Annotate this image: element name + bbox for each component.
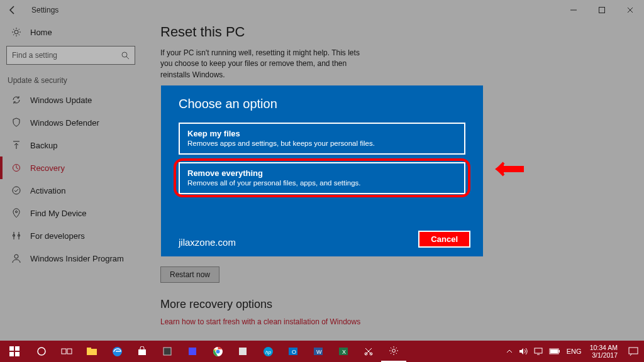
tray-battery-icon[interactable] [546,341,564,362]
page-description: If your PC isn't running well, resetting… [160,48,368,80]
svg-rect-15 [15,352,19,356]
svg-rect-43 [550,349,558,353]
svg-text:hp: hp [265,349,271,355]
svg-rect-44 [629,348,638,354]
search-placeholder: Find a setting [12,51,57,60]
svg-rect-42 [558,350,560,353]
close-button[interactable] [616,0,644,20]
tray-language[interactable]: ENG [564,341,585,362]
sidebar-home[interactable]: Home [0,22,142,42]
restart-now-button[interactable]: Restart now [160,266,219,283]
svg-point-9 [13,235,15,237]
maximize-button[interactable] [587,0,616,20]
tray-date: 3/1/2017 [590,351,618,359]
taskbar-app-generic-3[interactable] [230,341,255,362]
tray-network-icon[interactable] [531,341,546,362]
window-title: Settings [31,6,58,14]
svg-rect-22 [138,349,146,355]
action-center-button[interactable] [623,341,644,362]
sidebar-item-label: Activation [30,186,65,195]
sidebar-item-for-developers[interactable]: For developers [0,224,142,247]
svg-rect-18 [67,349,72,354]
svg-rect-13 [15,346,19,351]
option-desc: Removes apps and settings, but keeps you… [187,140,457,147]
svg-point-3 [122,52,127,57]
annotation-arrow-icon [494,160,525,178]
taskbar-app-outlook[interactable]: O [280,341,306,362]
dialog-title: Choose an option [179,97,465,111]
back-button[interactable] [0,0,25,20]
sidebar-item-windows-update[interactable]: Windows Update [0,89,142,111]
svg-point-26 [216,349,219,353]
taskbar-app-hp[interactable]: hp [255,341,280,362]
option-keep-my-files[interactable]: Keep my files Removes apps and settings,… [179,123,465,155]
svg-rect-1 [599,8,604,13]
sidebar-item-insider[interactable]: Windows Insider Program [0,247,142,270]
more-recovery-heading: More recovery options [160,298,619,311]
tray-volume-icon[interactable] [516,341,531,362]
activation-icon [11,185,21,195]
taskbar-app-store[interactable] [130,341,155,362]
sidebar-item-label: Find My Device [30,209,87,218]
taskbar-app-generic-2[interactable] [180,341,205,362]
option-title: Remove everything [187,168,457,178]
taskbar: hp O W X ENG 10:34 AM 3/1/2017 [0,341,644,362]
shield-icon [11,118,21,128]
start-button[interactable] [0,341,29,362]
minimize-button[interactable] [559,0,587,20]
svg-rect-19 [87,349,97,355]
taskbar-app-edge[interactable] [104,341,130,362]
svg-text:O: O [292,349,296,355]
sidebar-item-recovery[interactable]: Recovery [0,156,142,179]
tray-chevron-icon[interactable] [503,341,516,362]
svg-line-4 [126,57,129,59]
start-fresh-link[interactable]: Learn how to start fresh with a clean in… [160,317,360,326]
sidebar-home-label: Home [30,28,52,37]
taskbar-app-explorer[interactable] [79,341,104,362]
sidebar-item-label: Windows Insider Program [30,254,124,263]
sidebar-item-backup[interactable]: Backup [0,134,142,156]
sidebar: Home Find a setting Update & security Wi… [0,22,142,270]
reset-options-dialog: Choose an option Keep my files Removes a… [161,85,483,256]
tray-time: 10:34 AM [590,344,618,351]
svg-rect-39 [535,348,542,353]
svg-rect-23 [164,348,171,355]
svg-text:W: W [316,349,322,355]
task-view-button[interactable] [54,341,79,362]
svg-point-7 [13,187,20,194]
recovery-icon [11,163,21,173]
sidebar-item-activation[interactable]: Activation [0,179,142,202]
taskbar-app-excel[interactable]: X [331,341,356,362]
option-remove-everything[interactable]: Remove everything Removes all of your pe… [179,162,465,194]
svg-text:X: X [342,349,346,355]
taskbar-app-chrome[interactable] [205,341,230,362]
option-title: Keep my files [187,129,457,138]
taskbar-app-settings[interactable] [381,341,406,362]
svg-point-8 [16,211,18,213]
taskbar-app-snip[interactable] [356,341,381,362]
sidebar-item-label: For developers [30,231,85,241]
sidebar-item-label: Windows Defender [30,118,99,128]
sidebar-item-windows-defender[interactable]: Windows Defender [0,111,142,134]
page-heading: Reset this PC [160,24,619,40]
svg-rect-17 [62,349,66,354]
person-icon [11,253,21,263]
search-input[interactable]: Find a setting [6,46,135,65]
watermark-text: jilaxzone.com [179,237,236,248]
svg-point-38 [392,349,396,353]
svg-point-11 [14,255,18,258]
svg-point-16 [38,348,45,355]
taskbar-app-generic-1[interactable] [155,341,180,362]
cancel-button[interactable]: Cancel [418,231,470,248]
titlebar: Settings [0,0,644,20]
gear-icon [11,27,21,37]
svg-rect-14 [9,352,14,356]
cortana-button[interactable] [29,341,54,362]
tray-clock[interactable]: 10:34 AM 3/1/2017 [585,344,623,359]
sidebar-item-label: Backup [30,141,57,150]
sidebar-item-find-my-device[interactable]: Find My Device [0,202,142,224]
sidebar-item-label: Windows Update [30,96,92,105]
svg-rect-20 [87,348,91,349]
taskbar-app-word[interactable]: W [306,341,331,362]
sidebar-item-label: Recovery [30,163,65,173]
